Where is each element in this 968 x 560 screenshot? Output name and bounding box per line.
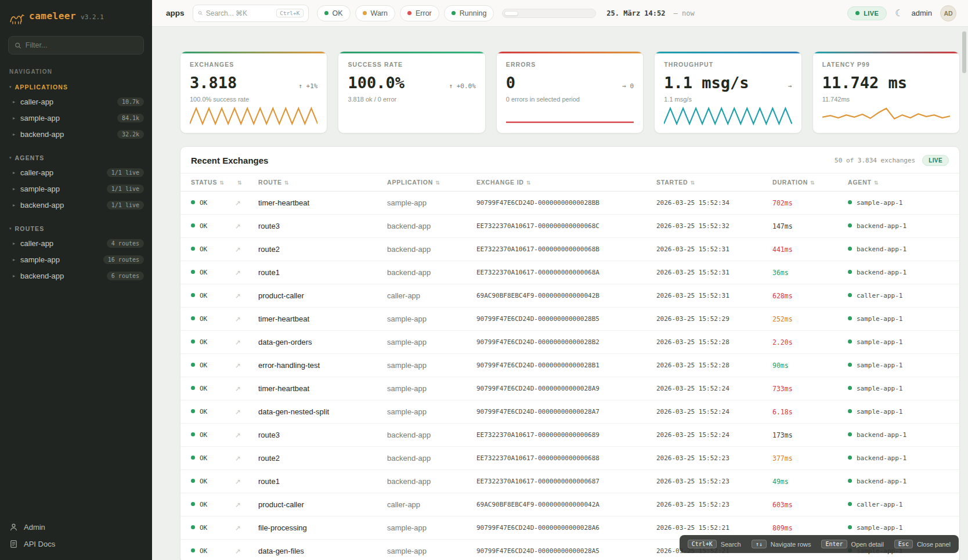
exchange-table-row[interactable]: OK ↗ route2 backend-app EE7322370A10617-… (180, 447, 959, 470)
logo: cameleer v3.2.1 (0, 0, 152, 32)
route-cell: product-caller (254, 493, 382, 516)
sidebar-nav-item[interactable]: ▸ backend-app 32.2k (0, 126, 152, 142)
duration-cell: 441ms (768, 238, 843, 261)
open-exchange-icon[interactable]: ↗ (230, 192, 254, 215)
status-text: OK (200, 431, 207, 439)
stat-card-title: THROUGHPUT (664, 61, 792, 68)
nav-item-label: backend-app (20, 272, 64, 280)
open-exchange-icon[interactable]: ↗ (230, 308, 254, 331)
sidebar-footer: Admin API Docs (0, 517, 152, 560)
open-exchange-icon[interactable]: ↗ (230, 284, 254, 308)
column-header-label: STARTED (656, 179, 688, 186)
sidebar-nav-item[interactable]: ▸ backend-app 1/1 live (0, 197, 152, 213)
open-exchange-icon[interactable]: ↗ (230, 447, 254, 470)
sidebar-nav-item[interactable]: ▸ sample-app 1/1 live (0, 180, 152, 197)
open-exchange-icon[interactable]: ↗ (230, 354, 254, 377)
exchange-table-row[interactable]: OK ↗ timer-heartbeat sample-app 90799F47… (180, 308, 959, 331)
column-header[interactable]: EXCHANGE ID⇅ (472, 174, 652, 192)
stat-cards-row: EXCHANGES 3.818 ↑ +1% 100.0% success rat… (180, 51, 960, 133)
sidebar-nav-item[interactable]: ▸ caller-app 1/1 live (0, 164, 152, 180)
application-cell: sample-app (382, 400, 472, 424)
exchange-table-row[interactable]: OK ↗ route1 backend-app EE7322370A10617-… (180, 470, 959, 493)
exchange-table-row[interactable]: OK ↗ data-gen-orders sample-app 90799F47… (180, 331, 959, 354)
column-header[interactable]: ROUTE⇅ (254, 174, 382, 192)
dark-mode-toggle-icon[interactable]: ☾ (895, 9, 903, 18)
search-input[interactable] (206, 9, 273, 17)
column-header[interactable]: ⇅ (230, 174, 254, 192)
open-exchange-icon[interactable]: ↗ (230, 470, 254, 493)
sidebar-nav-item[interactable]: ▸ sample-app 84.1k (0, 110, 152, 126)
exchange-table-row[interactable]: OK ↗ route2 backend-app EE7322370A10617-… (180, 238, 959, 261)
duration-cell: 36ms (768, 261, 843, 284)
column-header[interactable]: DURATION⇅ (768, 174, 843, 192)
chevron-right-icon: ▸ (13, 203, 15, 208)
application-cell: caller-app (382, 284, 472, 308)
scrollbar-thumb[interactable] (962, 31, 966, 73)
sidebar-section-header[interactable]: ▾ APPLICATIONS (0, 80, 152, 93)
sort-icon: ⇅ (810, 180, 815, 186)
column-header[interactable]: AGENT⇅ (843, 174, 959, 192)
stat-card-subtext: 100.0% success rate (190, 96, 317, 103)
status-filter-chip[interactable]: Running (444, 5, 494, 21)
open-exchange-icon[interactable]: ↗ (230, 400, 254, 424)
sidebar-filter[interactable] (8, 36, 144, 55)
exchange-table-row[interactable]: OK ↗ timer-heartbeat sample-app 90799F47… (180, 377, 959, 400)
agent-name: backend-app-1 (857, 222, 906, 230)
exchange-table-row[interactable]: OK ↗ product-caller caller-app 69AC90BF8… (180, 493, 959, 516)
open-exchange-icon[interactable]: ↗ (230, 215, 254, 238)
api-docs-icon (9, 540, 18, 548)
exchange-table-row[interactable]: OK ↗ product-caller caller-app 69AC90BF8… (180, 284, 959, 308)
status-filter-chip[interactable]: OK (317, 5, 351, 21)
sidebar-item-api-docs[interactable]: API Docs (9, 540, 143, 548)
open-exchange-icon[interactable]: ↗ (230, 377, 254, 400)
sidebar-nav-item[interactable]: ▸ caller-app 4 routes (0, 235, 152, 251)
time-range-button[interactable] (550, 11, 564, 16)
agent-live-dot (848, 293, 852, 297)
status-text: OK (200, 338, 207, 346)
exchange-table-row[interactable]: OK ↗ data-gen-nested-split sample-app 90… (180, 400, 959, 424)
live-status-badge[interactable]: LIVE (847, 6, 887, 20)
open-exchange-icon[interactable]: ↗ (230, 516, 254, 540)
column-header[interactable]: STARTED⇅ (652, 174, 768, 192)
agent-name: backend-app-1 (857, 478, 906, 485)
date-range-label[interactable]: 25. März 14:52 (606, 9, 665, 17)
stat-card-title: EXCHANGES (190, 61, 317, 68)
status-filter-chip[interactable]: Warn (355, 5, 395, 21)
column-header[interactable]: STATUS⇅ (180, 174, 230, 192)
open-exchange-icon[interactable]: ↗ (230, 331, 254, 354)
avatar[interactable]: AD (940, 5, 956, 21)
open-exchange-icon[interactable]: ↗ (230, 238, 254, 261)
exchange-table-row[interactable]: OK ↗ error-handling-test sample-app 9079… (180, 354, 959, 377)
table-live-label: LIVE (929, 157, 942, 164)
sidebar-section: ▾ AGENTS ▸ caller-app 1/1 live ▸ sample-… (0, 150, 152, 213)
sidebar-nav-item[interactable]: ▸ backend-app 6 routes (0, 268, 152, 284)
sidebar-section-header[interactable]: ▾ AGENTS (0, 150, 152, 164)
time-range-button[interactable] (504, 11, 518, 16)
exchange-table-row[interactable]: OK ↗ timer-heartbeat sample-app 90799F47… (180, 192, 959, 215)
status-text: OK (200, 269, 207, 276)
stat-card-delta: → 0 (622, 82, 634, 90)
exchange-table-row[interactable]: OK ↗ route3 backend-app EE7322370A10617-… (180, 424, 959, 447)
agent-live-dot (848, 409, 852, 413)
open-exchange-icon[interactable]: ↗ (230, 540, 254, 560)
sidebar-section-items: ▸ caller-app 4 routes ▸ sample-app 16 ro… (0, 235, 152, 284)
time-range-button[interactable] (519, 11, 533, 16)
sidebar-nav-item[interactable]: ▸ caller-app 10.7k (0, 93, 152, 110)
filter-input[interactable] (26, 41, 138, 49)
sidebar-item-admin[interactable]: Admin (9, 523, 143, 532)
open-exchange-icon[interactable]: ↗ (230, 261, 254, 284)
column-header[interactable]: APPLICATION⇅ (382, 174, 472, 192)
stat-card-value: 0 (506, 74, 515, 92)
status-filter-chip[interactable]: Error (400, 5, 439, 21)
sidebar-section: ▾ ROUTES ▸ caller-app 4 routes ▸ sample-… (0, 221, 152, 284)
sidebar-section-header[interactable]: ▾ ROUTES (0, 221, 152, 235)
sidebar-nav-item[interactable]: ▸ sample-app 16 routes (0, 251, 152, 268)
time-range-button[interactable] (534, 11, 548, 16)
open-exchange-icon[interactable]: ↗ (230, 493, 254, 516)
open-exchange-icon[interactable]: ↗ (230, 424, 254, 447)
exchange-table-row[interactable]: OK ↗ route3 backend-app EE7322370A10617-… (180, 215, 959, 238)
time-range-button[interactable] (580, 11, 594, 16)
time-range-button[interactable] (565, 11, 579, 16)
global-search[interactable]: Ctrl+K (193, 5, 309, 22)
exchange-table-row[interactable]: OK ↗ route1 backend-app EE7322370A10617-… (180, 261, 959, 284)
